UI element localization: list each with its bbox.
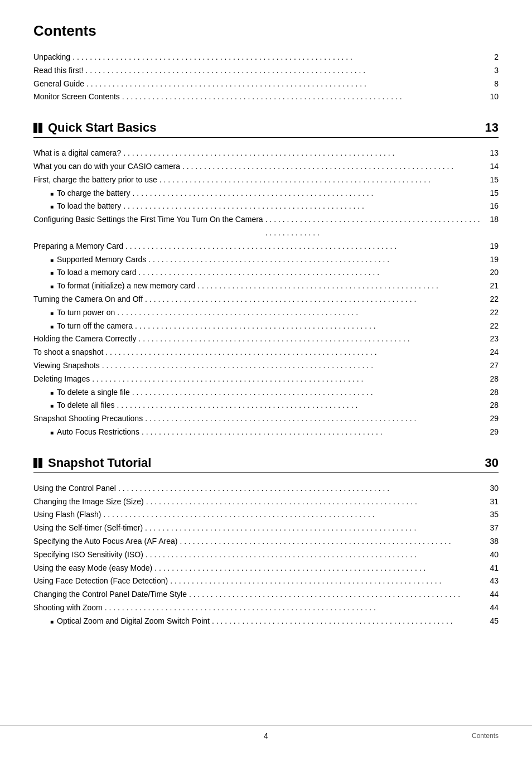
entry-dots: . . . . . . . . . . . . . . . . . . . . … <box>122 90 483 104</box>
entry-page: 29 <box>485 412 499 426</box>
bullet-icon: ■ <box>50 428 54 437</box>
entry-text: General Guide <box>33 78 84 91</box>
entry-page: 38 <box>485 535 499 548</box>
entry-text: Using Face Detection (Face Detection) <box>33 575 168 588</box>
section-page-number: 30 <box>485 456 499 470</box>
toc-entry: Holding the Camera Correctly . . . . . .… <box>33 332 499 346</box>
entry-page: 16 <box>485 200 499 213</box>
bullet-icon: ■ <box>50 255 54 265</box>
entry-dots: . . . . . . . . . . . . . . . . . . . . … <box>132 386 483 399</box>
toc-entry: ■ Optical Zoom and Digital Zoom Switch P… <box>33 615 499 628</box>
entry-page: 22 <box>485 293 499 306</box>
entry-dots: . . . . . . . . . . . . . . . . . . . . … <box>146 495 483 509</box>
toc-entry: Using the easy Mode (easy Mode) . . . . … <box>33 562 499 575</box>
toc-section: Using the Control Panel . . . . . . . . … <box>33 482 499 628</box>
intro-section: Unpacking . . . . . . . . . . . . . . . … <box>33 51 499 104</box>
entry-dots: . . . . . . . . . . . . . . . . . . . . … <box>138 332 483 346</box>
entry-page: 3 <box>485 64 499 78</box>
entry-page: 37 <box>485 522 499 535</box>
entry-suffix: (Self-timer) <box>104 523 143 532</box>
entry-text: To delete all files <box>57 399 115 412</box>
bullet-icon: ■ <box>50 202 54 211</box>
entry-page: 20 <box>485 266 499 279</box>
entry-page: 28 <box>485 399 499 412</box>
entry-text: Specifying the Auto Focus Area (AF Area) <box>33 535 177 548</box>
section-icon <box>33 123 42 133</box>
toc-entry: Changing the Image Size (Size) . . . . .… <box>33 495 499 509</box>
toc-entry: Configuring Basic Settings the First Tim… <box>33 213 499 240</box>
toc-entry: ■ To charge the battery . . . . . . . . … <box>33 187 499 200</box>
entry-text: Changing the Control Panel Date/Time Sty… <box>33 588 187 601</box>
entry-dots: . . . . . . . . . . . . . . . . . . . . … <box>182 160 483 173</box>
entry-dots: . . . . . . . . . . . . . . . . . . . . … <box>135 320 483 333</box>
section-page-number: 13 <box>485 120 499 135</box>
entry-dots: . . . . . . . . . . . . . . . . . . . . … <box>189 588 483 601</box>
entry-text: Using the Self-timer (Self-timer) <box>33 522 143 535</box>
entry-dots: . . . . . . . . . . . . . . . . . . . . … <box>265 213 483 240</box>
entry-page: 28 <box>485 386 499 399</box>
entry-dots: . . . . . . . . . . . . . . . . . . . . … <box>105 346 483 359</box>
entry-text: Auto Focus Restrictions <box>57 426 139 439</box>
entry-page: 22 <box>485 306 499 320</box>
toc-entry: Monitor Screen Contents . . . . . . . . … <box>33 90 499 104</box>
section-header-left: Quick Start Basics <box>33 120 156 135</box>
entry-text: To charge the battery <box>57 187 130 200</box>
entry-page: 35 <box>485 508 499 522</box>
entry-page: 19 <box>485 240 499 253</box>
page-title: Contents <box>33 22 499 40</box>
entry-page: 43 <box>485 575 499 588</box>
entry-dots: . . . . . . . . . . . . . . . . . . . . … <box>117 306 483 320</box>
toc-entry: Specifying ISO Sensitivity (ISO) . . . .… <box>33 548 499 562</box>
entry-text: Viewing Snapshots <box>33 359 100 373</box>
entry-text: Holding the Camera Correctly <box>33 332 136 346</box>
entry-text: To load a memory card <box>57 266 136 279</box>
toc-entry: Snapshot Shooting Precautions . . . . . … <box>33 412 499 426</box>
entry-dots: . . . . . . . . . . . . . . . . . . . . … <box>138 266 483 279</box>
entry-suffix: (easy Mode) <box>109 563 152 572</box>
entry-page: 44 <box>485 588 499 601</box>
toc-section: What is a digital camera? . . . . . . . … <box>33 147 499 439</box>
entry-page: 15 <box>485 187 499 200</box>
entry-text: What you can do with your CASIO camera <box>33 160 180 173</box>
entry-text: Deleting Images <box>33 373 90 386</box>
entry-text: Turning the Camera On and Off <box>33 293 143 306</box>
entry-dots: . . . . . . . . . . . . . . . . . . . . … <box>92 373 483 386</box>
entry-text: First, charge the battery prior to use <box>33 173 157 187</box>
toc-entry: ■ To format (initialize) a new memory ca… <box>33 279 499 293</box>
entry-dots: . . . . . . . . . . . . . . . . . . . . … <box>123 147 483 160</box>
entry-page: 19 <box>485 253 499 267</box>
entry-dots: . . . . . . . . . . . . . . . . . . . . … <box>85 64 483 78</box>
entry-text: Changing the Image Size (Size) <box>33 495 144 509</box>
entry-dots: . . . . . . . . . . . . . . . . . . . . … <box>212 615 483 628</box>
entry-page: 23 <box>485 332 499 346</box>
entry-dots: . . . . . . . . . . . . . . . . . . . . … <box>145 293 483 306</box>
entry-dots: . . . . . . . . . . . . . . . . . . . . … <box>125 240 483 253</box>
section-header-left: Snapshot Tutorial <box>33 456 151 470</box>
entry-text: To turn off the camera <box>57 320 133 333</box>
toc-entry: Shooting with Zoom . . . . . . . . . . .… <box>33 601 499 615</box>
entry-dots: . . . . . . . . . . . . . . . . . . . . … <box>142 426 483 439</box>
entry-page: 27 <box>485 359 499 373</box>
page: Contents Unpacking . . . . . . . . . . .… <box>0 0 532 757</box>
entry-suffix: (AF Area) <box>144 537 177 546</box>
toc-entry: Preparing a Memory Card . . . . . . . . … <box>33 240 499 253</box>
bullet-icon: ■ <box>50 401 54 411</box>
toc-entry: ■ To load a memory card . . . . . . . . … <box>33 266 499 279</box>
entry-text: To turn power on <box>57 306 115 320</box>
section-title: Snapshot Tutorial <box>48 456 151 470</box>
bullet-icon: ■ <box>50 388 54 398</box>
footer-page-number: 4 <box>0 731 532 740</box>
bullet-icon: ■ <box>50 617 54 626</box>
toc-entry: Using the Control Panel . . . . . . . . … <box>33 482 499 495</box>
entry-text: Using Flash (Flash) <box>33 508 101 522</box>
entry-dots: . . . . . . . . . . . . . . . . . . . . … <box>159 173 483 187</box>
toc-entry: ■ To delete all files . . . . . . . . . … <box>33 399 499 412</box>
toc-entry: Using Face Detection (Face Detection) . … <box>33 575 499 588</box>
entry-page: 28 <box>485 373 499 386</box>
footer-label: Contents <box>472 732 499 740</box>
bullet-icon: ■ <box>50 322 54 331</box>
entry-page: 29 <box>485 426 499 439</box>
toc-entry: Viewing Snapshots . . . . . . . . . . . … <box>33 359 499 373</box>
toc-entry: Using the Self-timer (Self-timer) . . . … <box>33 522 499 535</box>
entry-dots: . . . . . . . . . . . . . . . . . . . . … <box>117 399 483 412</box>
